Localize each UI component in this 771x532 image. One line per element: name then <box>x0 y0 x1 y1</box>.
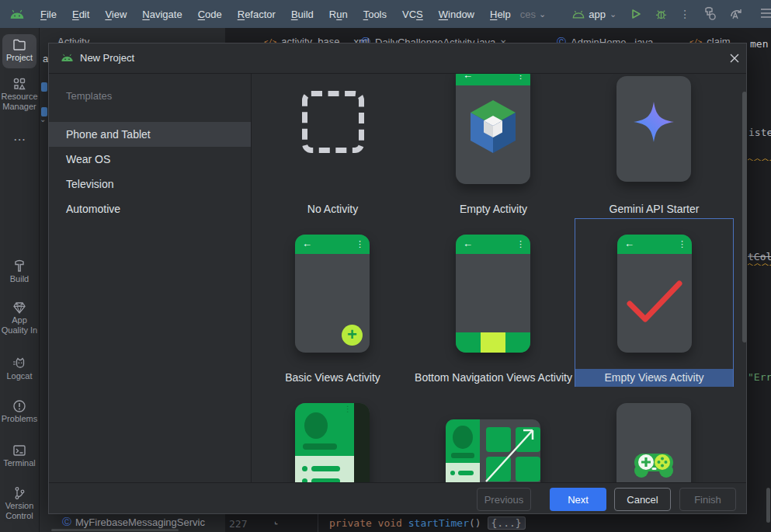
resource-manager-icon <box>0 76 39 92</box>
phone-mockup <box>616 76 691 182</box>
line-number: 227 <box>229 518 247 530</box>
menu-build[interactable]: Build <box>283 9 321 20</box>
sidebar-header: Templates <box>66 90 112 102</box>
menu-edit[interactable]: Edit <box>64 9 97 20</box>
red-checkmark-icon <box>625 277 684 325</box>
editor-scrollbar-thumb[interactable] <box>766 488 770 523</box>
phone-mockup: ←⋮ <box>456 235 530 353</box>
drawer-shade <box>354 403 370 482</box>
menu-file[interactable]: File <box>33 9 64 20</box>
overflow-menu-icon: ⋮ <box>516 74 525 82</box>
overflow-menu-icon: ⋮ <box>344 405 352 413</box>
finish-button[interactable]: Finish <box>679 488 736 511</box>
drawer-list <box>295 456 354 482</box>
phone-mockup: ←⋮ <box>456 74 530 184</box>
exclamation-circle-icon <box>0 398 39 414</box>
sidebar-item-wear-os[interactable]: Wear OS <box>49 147 251 172</box>
dialog-scrollbar-thumb[interactable] <box>742 92 747 342</box>
debug-button[interactable] <box>655 9 667 19</box>
template-card-empty-activity[interactable]: ←⋮ Empty Activity <box>414 74 573 218</box>
cancel-button[interactable]: Cancel <box>614 488 671 511</box>
gemini-star-icon <box>632 100 675 144</box>
menu-refactor[interactable]: Refactor <box>230 9 283 20</box>
branch-icon <box>0 485 39 501</box>
sidebar-item-automotive[interactable]: Automotive <box>49 196 251 221</box>
back-arrow-icon: ← <box>302 238 312 250</box>
back-arrow-icon: ← <box>463 238 473 250</box>
gutter-divider <box>318 514 318 532</box>
sidebar-item-problems[interactable]: Problems <box>0 398 39 424</box>
menu-tools[interactable]: Tools <box>356 9 394 20</box>
terminal-icon <box>0 443 39 458</box>
template-card-gemini-api-starter[interactable]: Gemini API Starter <box>575 74 734 218</box>
next-button[interactable]: Next <box>550 488 606 511</box>
sidebar-item-app-quality-insights[interactable]: App Quality In <box>0 300 39 336</box>
menu-code[interactable]: Code <box>190 9 230 20</box>
sidebar-item-phone-and-tablet[interactable]: Phone and Tablet <box>49 122 251 147</box>
run-button[interactable] <box>630 9 641 19</box>
menu-vcs[interactable]: VCS <box>394 9 431 20</box>
template-card-bottom-navigation-views-activity[interactable]: ←⋮ Bottom Navigation Views Activity <box>414 218 573 387</box>
code-line: private void startTimer() {...} <box>329 517 526 529</box>
android-icon <box>61 54 74 62</box>
dialog-title: New Project <box>80 52 134 64</box>
phone-mockup: ⋮ <box>295 403 370 482</box>
avatar <box>304 412 328 439</box>
sidebar-item-project[interactable]: Project <box>0 37 39 63</box>
back-arrow-icon: ← <box>463 74 473 82</box>
template-card-game-activity[interactable] <box>575 387 734 482</box>
sidebar-item-television[interactable]: Television <box>49 172 251 196</box>
menu-help[interactable]: Help <box>482 9 519 20</box>
hammer-icon <box>0 259 39 274</box>
menu-window[interactable]: Window <box>431 9 482 20</box>
template-card-navigation-drawer[interactable]: ⋮ <box>253 387 412 482</box>
footer-divider <box>49 482 746 483</box>
drawer-header: ⋮ <box>295 403 354 456</box>
template-gallery: No Activity ←⋮ Empty Activity <box>252 74 747 482</box>
template-card-basic-views-activity[interactable]: ←⋮ + Basic Views Activity <box>253 218 412 387</box>
template-card-no-activity[interactable]: No Activity <box>253 74 412 218</box>
phone-mockup: ←⋮ <box>617 235 692 353</box>
fab-plus-icon: + <box>342 325 363 346</box>
main-menu-icon[interactable] <box>761 9 771 18</box>
new-project-dialog: New Project Templates Phone and Tablet W… <box>48 43 747 514</box>
horizontal-scrollbar-thumb[interactable] <box>51 529 179 531</box>
menu-navigate[interactable]: Navigate <box>134 9 189 20</box>
more-actions-button[interactable]: ⋮ <box>679 8 690 20</box>
sidebar-item-resource-manager[interactable]: Resource Manager <box>0 76 39 112</box>
template-card-navigation-grid[interactable] <box>414 387 573 482</box>
deprecated-code-fragment: tCol <box>748 251 771 263</box>
phone-mockup <box>616 403 691 482</box>
more-tool-windows-button[interactable]: ⋯ <box>0 132 39 147</box>
sync-icon[interactable] <box>728 7 744 21</box>
android-studio-logo-icon <box>9 9 25 19</box>
previous-button[interactable]: Previous <box>477 488 531 511</box>
sidebar-item-terminal[interactable]: Terminal <box>0 443 39 468</box>
folded-code-block[interactable]: {...} <box>488 516 526 530</box>
project-tree-item[interactable]: Ⓒ MyFirebaseMessagingServic <box>62 516 205 529</box>
android-device-icon <box>572 10 585 19</box>
build-project-icon[interactable] <box>703 7 717 21</box>
bottom-nav-bar <box>456 332 530 353</box>
templates-sidebar: Templates Phone and Tablet Wear OS Telev… <box>49 74 252 482</box>
menu-view[interactable]: View <box>97 9 134 20</box>
close-icon[interactable] <box>728 51 741 65</box>
tablet-mockup <box>446 419 540 482</box>
run-configuration-selector[interactable]: app ⌄ <box>572 9 616 20</box>
phone-mockup: ←⋮ + <box>295 235 370 353</box>
sidebar-item-version-control[interactable]: Version Control <box>0 485 39 521</box>
no-activity-icon <box>302 91 364 153</box>
sidebar-item-build[interactable]: Build <box>0 259 39 284</box>
dialog-header: New Project <box>49 43 746 74</box>
warning-squiggle <box>748 158 771 161</box>
template-card-empty-views-activity[interactable]: ←⋮ Empty Views Activity <box>575 218 734 387</box>
compose-logo-icon <box>468 99 518 155</box>
more-icon: ⋯ <box>0 132 39 147</box>
sidebar-item-logcat[interactable]: Logcat <box>0 356 39 381</box>
chevron-down-icon: ⌄ <box>610 11 616 17</box>
editor-text-fragment: men <box>750 38 768 50</box>
warning-squiggle <box>748 263 771 266</box>
menu-run[interactable]: Run <box>321 9 356 20</box>
device-selector-fragment[interactable]: ces⌄ <box>520 9 546 20</box>
chevron-down-icon[interactable]: ⌄ <box>40 115 46 123</box>
